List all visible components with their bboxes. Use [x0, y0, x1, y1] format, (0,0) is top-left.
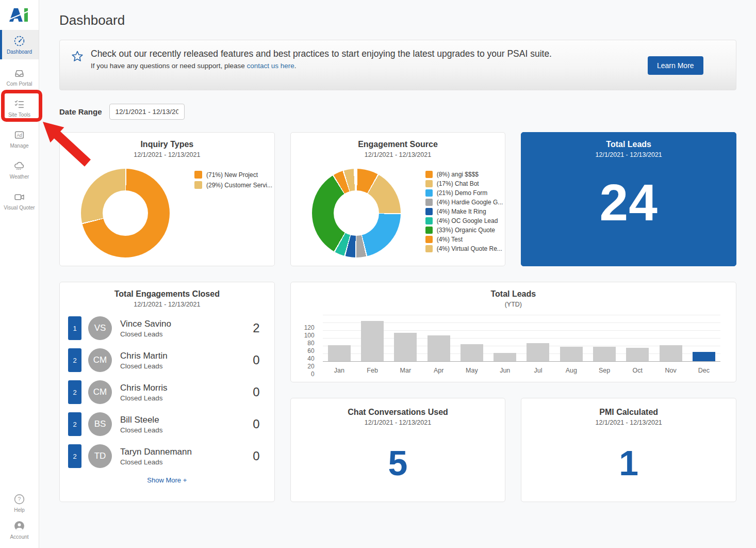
- avatar: VS: [88, 316, 112, 340]
- bar: [494, 353, 516, 361]
- app-logo[interactable]: [0, 0, 39, 30]
- person-sublabel: Closed Leads: [120, 394, 253, 402]
- learn-more-button[interactable]: Learn More: [648, 56, 703, 75]
- card-title: Total Leads: [521, 140, 736, 149]
- bar-slot: [521, 343, 554, 361]
- ai-logo-icon: [9, 8, 30, 22]
- y-axis-labels: 020406080100120: [297, 315, 318, 374]
- y-tick-label: 120: [294, 324, 315, 331]
- card-title: Total Leads: [291, 289, 736, 299]
- y-tick-label: 20: [294, 363, 315, 370]
- bar-slot: [654, 345, 687, 361]
- sidebar-item-site-tools[interactable]: Site Tools: [0, 94, 39, 121]
- x-tick-label: Oct: [621, 367, 654, 374]
- bar-slot: [422, 335, 455, 361]
- engagement-source-legend: (8%) angi $$$$(17%) Chat Bot(21%) Demo F…: [425, 171, 503, 257]
- total-leads-value: 24: [521, 173, 736, 232]
- engagement-source-card: Engagement Source 12/1/2021 - 12/13/2021…: [290, 132, 506, 266]
- legend-item: (4%) Make It Ring: [425, 208, 503, 215]
- x-tick-label: Sep: [588, 367, 621, 374]
- bar: [527, 343, 549, 361]
- card-subtitle: 12/1/2021 - 12/13/2021: [521, 151, 736, 158]
- legend-label: (4%) Test: [437, 236, 463, 243]
- chat-conversations-card: Chat Conversations Used 12/1/2021 - 12/1…: [290, 398, 506, 502]
- person-sublabel: Closed Leads: [120, 458, 253, 466]
- rank-badge: 2: [68, 412, 81, 436]
- total-leads-ytd-card: Total Leads (YTD) 020406080100120 JanFeb…: [290, 282, 736, 382]
- sidebar-item-weather[interactable]: Weather: [0, 156, 39, 183]
- bar: [394, 333, 417, 361]
- sidebar-item-label: Site Tools: [8, 112, 30, 118]
- svg-text:?: ?: [18, 496, 21, 502]
- legend-label: (4%) Virtual Quote Re...: [437, 245, 502, 252]
- card-subtitle: (YTD): [291, 301, 736, 308]
- sidebar-item-com-portal[interactable]: Com Portal: [0, 63, 39, 90]
- inbox-icon: [13, 67, 25, 79]
- person-name: Vince Savino: [120, 319, 253, 329]
- show-more-link[interactable]: Show More +: [60, 476, 274, 484]
- main-content: Dashboard Check out our recently release…: [39, 0, 756, 548]
- sidebar-item-label: Dashboard: [7, 49, 32, 55]
- total-leads-card: Total Leads 12/1/2021 - 12/13/2021 24: [521, 132, 736, 266]
- contact-us-link[interactable]: contact us here: [246, 62, 294, 70]
- closed-leads-count: 0: [253, 417, 259, 431]
- legend-swatch: [425, 227, 433, 234]
- cards-grid: Inquiry Types 12/1/2021 - 12/13/2021 (71…: [59, 132, 736, 502]
- bar-slot: [488, 353, 521, 361]
- person-name: Chris Martin: [120, 351, 253, 361]
- engagements-closed-card: Total Engagements Closed 12/1/2021 - 12/…: [59, 282, 275, 502]
- sidebar-item-account[interactable]: Account: [0, 518, 39, 542]
- card-title: PMI Calculated: [521, 408, 736, 417]
- legend-swatch: [425, 199, 433, 206]
- card-title: Engagement Source: [291, 140, 505, 149]
- page-title: Dashboard: [59, 12, 736, 28]
- x-tick-label: May: [455, 367, 488, 374]
- bar-slot: [389, 333, 422, 361]
- card-subtitle: 12/1/2021 - 12/13/2021: [291, 419, 505, 426]
- engagement-row: 2BSBill SteeleClosed Leads0: [68, 412, 260, 436]
- banner-support-line: If you have any questions or need suppor…: [91, 62, 637, 70]
- legend-swatch: [425, 236, 433, 243]
- cloud-icon: [13, 160, 25, 172]
- star-icon: [71, 50, 84, 62]
- pmi-calculated-value: 1: [521, 443, 736, 483]
- inquiry-types-legend: (71%) New Project(29%) Customer Servi...: [194, 171, 272, 257]
- bar-slot: [555, 347, 588, 361]
- legend-swatch: [425, 217, 433, 224]
- x-tick-label: Jun: [488, 367, 521, 374]
- x-tick-label: Jan: [323, 367, 356, 374]
- legend-label: (4%) Hardie Google G...: [437, 199, 503, 206]
- x-tick-label: Mar: [389, 367, 422, 374]
- sidebar-item-visual-quoter[interactable]: Visual Quoter: [0, 187, 39, 214]
- bar-slot: [323, 345, 356, 361]
- card-subtitle: 12/1/2021 - 12/13/2021: [60, 151, 274, 158]
- bar: [626, 348, 649, 361]
- x-tick-label: Nov: [654, 367, 687, 374]
- legend-label: (33%) Organic Quote: [437, 227, 495, 234]
- x-tick-label: Jul: [521, 367, 554, 374]
- svg-text:Ad: Ad: [17, 133, 22, 138]
- rank-badge: 2: [68, 380, 81, 404]
- sidebar-item-help[interactable]: ? Help: [0, 491, 39, 515]
- sidebar-item-dashboard[interactable]: Dashboard: [0, 30, 39, 59]
- closed-leads-count: 2: [253, 321, 259, 335]
- bar: [693, 352, 715, 361]
- person-sublabel: Closed Leads: [120, 330, 253, 338]
- engagement-source-donut-chart: [312, 169, 401, 257]
- sidebar-item-label: Com Portal: [6, 81, 32, 87]
- sidebar-item-label: Account: [10, 534, 28, 540]
- legend-swatch: [425, 208, 433, 215]
- total-leads-ytd-chart: 020406080100120 JanFebMarAprMayJunJulAug…: [323, 315, 720, 374]
- sidebar: Dashboard Com Portal Site Tools Ad Manag…: [0, 0, 39, 548]
- legend-swatch: [194, 171, 202, 179]
- bar: [328, 345, 351, 361]
- legend-item: (71%) New Project: [194, 171, 272, 179]
- legend-item: (29%) Customer Servi...: [194, 181, 272, 189]
- sidebar-item-manage[interactable]: Ad Manage: [0, 125, 39, 152]
- date-range-input[interactable]: [109, 104, 185, 120]
- banner-support-suffix: .: [294, 62, 297, 70]
- closed-leads-count: 0: [253, 449, 259, 463]
- bar: [560, 347, 583, 361]
- legend-swatch: [425, 171, 433, 178]
- inquiry-types-card: Inquiry Types 12/1/2021 - 12/13/2021 (71…: [59, 132, 275, 266]
